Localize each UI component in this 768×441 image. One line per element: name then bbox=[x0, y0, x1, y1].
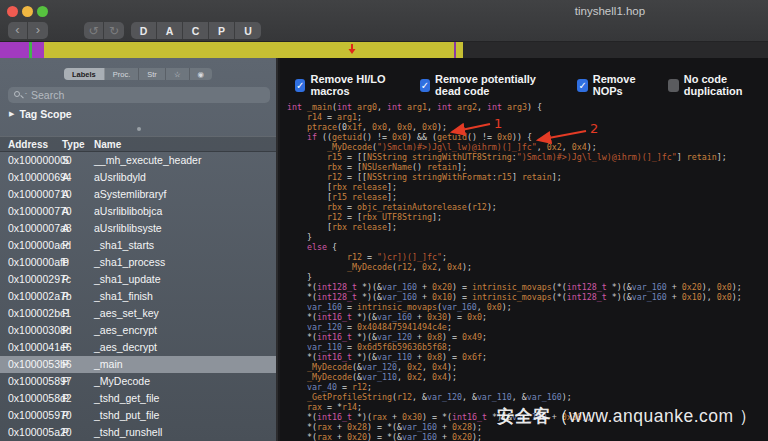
option-no-code-duplication[interactable]: No code duplication bbox=[668, 73, 768, 97]
tab-dot-icon[interactable]: ◉ bbox=[190, 68, 213, 80]
row-address: 0x1000053b6 bbox=[0, 356, 62, 373]
code-line: r12 = [rbx UTF8String]; bbox=[287, 212, 765, 222]
table-row[interactable]: 0x100002bc1P_aes_set_key bbox=[0, 305, 276, 322]
row-type: P bbox=[62, 424, 92, 441]
splitter-handle-dot[interactable] bbox=[137, 127, 141, 131]
tab-star-icon[interactable]: ☆ bbox=[166, 68, 190, 80]
watermark: 安全客（www.anquanke.com ） bbox=[497, 404, 757, 428]
table-row[interactable]: 0x100000acdP_sha1_starts bbox=[0, 237, 276, 254]
row-address: 0x100000694 bbox=[0, 169, 62, 186]
row-name: _aes_decrypt bbox=[92, 339, 276, 356]
table-row[interactable]: 0x100005897P_MyDecode bbox=[0, 373, 276, 390]
row-address: 0x1000058d2 bbox=[0, 390, 62, 407]
row-address: 0x100000acd bbox=[0, 237, 62, 254]
option-remove-hilo-macros[interactable]: ✓ Remove HI/LO macros bbox=[295, 73, 405, 97]
code-line: var_110 = 0x6d5f6b59636b5f68; bbox=[287, 342, 765, 352]
option-remove-nops[interactable]: ✓ Remove NOPs bbox=[577, 73, 653, 97]
disclosure-triangle-icon[interactable]: ▶ bbox=[9, 110, 14, 118]
table-row[interactable]: 0x10000297cP_sha1_update bbox=[0, 271, 276, 288]
table-row[interactable]: 0x100000694AaUsrlibdyld bbox=[0, 169, 276, 186]
pseudocode-view[interactable]: int _main(int arg0, int arg1, int arg2, … bbox=[287, 102, 765, 441]
forward-button[interactable]: › bbox=[28, 22, 48, 39]
row-type: S bbox=[62, 152, 92, 169]
row-type: P bbox=[62, 322, 92, 339]
row-name: _main bbox=[92, 356, 276, 373]
table-row[interactable]: 0x1000007a8AaUsrliblibsyste bbox=[0, 220, 276, 237]
row-name: _sha1_starts bbox=[92, 237, 276, 254]
row-name: _tshd_get_file bbox=[92, 390, 276, 407]
row-name: aUsrlibdyld bbox=[92, 169, 276, 186]
tag-scope-disclosure[interactable]: ▶ Tag Scope bbox=[9, 108, 72, 120]
checkbox-icon[interactable] bbox=[668, 79, 678, 92]
segment-navigation-bar[interactable] bbox=[0, 42, 768, 58]
table-row[interactable]: 0x100005970P_tshd_put_file bbox=[0, 407, 276, 424]
row-type: A bbox=[62, 220, 92, 237]
zoom-window-icon[interactable] bbox=[37, 6, 48, 17]
mode-code-button[interactable]: C bbox=[183, 22, 209, 39]
redo-icon[interactable]: ↻ bbox=[104, 22, 124, 39]
row-name: _MyDecode bbox=[92, 373, 276, 390]
row-type: P bbox=[62, 390, 92, 407]
tab-procedures[interactable]: Proc. bbox=[105, 68, 140, 80]
table-row[interactable]: 0x100000770AaUsrliblibobjca bbox=[0, 203, 276, 220]
checkbox-icon[interactable]: ✓ bbox=[577, 79, 587, 92]
table-row[interactable]: 0x1000041e6P_aes_decrypt bbox=[0, 339, 276, 356]
watermark-cjk: 安全客 bbox=[497, 406, 551, 426]
mode-procedure-button[interactable]: P bbox=[209, 22, 235, 39]
tab-labels[interactable]: Labels bbox=[64, 68, 105, 80]
table-row[interactable]: 0x100002a7bP_sha1_finish bbox=[0, 288, 276, 305]
segment-yellow[interactable] bbox=[44, 42, 463, 58]
code-line: var_40 = r12; bbox=[287, 382, 765, 392]
label-table[interactable]: 0x100000000S__mh_execute_header0x1000006… bbox=[0, 152, 276, 441]
column-header-type[interactable]: Type bbox=[62, 137, 92, 151]
row-type: P bbox=[62, 339, 92, 356]
row-name: aSystemlibraryf bbox=[92, 186, 276, 203]
row-type: P bbox=[62, 407, 92, 424]
undo-icon[interactable]: ↺ bbox=[84, 22, 104, 39]
code-line: r14 = arg1; bbox=[287, 112, 765, 122]
column-header-name[interactable]: Name bbox=[92, 137, 276, 151]
segment-purple-1[interactable] bbox=[0, 42, 29, 58]
row-name: _aes_encrypt bbox=[92, 322, 276, 339]
mode-ascii-button[interactable]: A bbox=[157, 22, 183, 39]
option-remove-dead-code[interactable]: ✓ Remove potentially dead code bbox=[420, 73, 563, 97]
row-address: 0x100000000 bbox=[0, 152, 62, 169]
mode-data-button[interactable]: D bbox=[131, 22, 157, 39]
search-options-chevron-icon[interactable]: ˇ bbox=[25, 92, 27, 98]
column-header-address[interactable]: Address bbox=[0, 137, 62, 151]
search-icon bbox=[14, 91, 23, 100]
search-input[interactable]: ˇ Search bbox=[8, 87, 270, 103]
row-type: P bbox=[62, 305, 92, 322]
close-window-icon[interactable] bbox=[7, 6, 18, 17]
code-line: } bbox=[287, 272, 765, 282]
checkbox-icon[interactable]: ✓ bbox=[420, 79, 430, 92]
table-row[interactable]: 0x1000058d2P_tshd_get_file bbox=[0, 390, 276, 407]
row-name: _tshd_put_file bbox=[92, 407, 276, 424]
table-row[interactable]: 0x100000afbP_sha1_process bbox=[0, 254, 276, 271]
row-address: 0x100000770 bbox=[0, 203, 62, 220]
row-address: 0x10000297c bbox=[0, 271, 62, 288]
table-row[interactable]: 0x100005a20P_tshd_runshell bbox=[0, 424, 276, 441]
row-address: 0x1000041e6 bbox=[0, 339, 62, 356]
row-name: _aes_set_key bbox=[92, 305, 276, 322]
segment-purple-line[interactable] bbox=[454, 42, 456, 58]
code-line: _MyDecode(")Smclm)#>)Jg\l_lw)@ihrm)(]_]f… bbox=[287, 142, 765, 152]
code-line: _MyDecode(r12, 0x2, 0x4); bbox=[287, 262, 765, 272]
code-line: else { bbox=[287, 242, 765, 252]
mode-undefined-button[interactable]: U bbox=[235, 22, 261, 39]
row-type: P bbox=[62, 254, 92, 271]
checkbox-icon[interactable]: ✓ bbox=[295, 79, 305, 92]
segment-purple-2[interactable] bbox=[32, 42, 44, 58]
table-row[interactable]: 0x100000000S__mh_execute_header bbox=[0, 152, 276, 169]
code-line: *(rax + 0x20) = *(&var_160 + 0x20); bbox=[287, 432, 765, 441]
tab-strings[interactable]: Str bbox=[139, 68, 166, 80]
table-row[interactable]: 0x1000053b6P_main bbox=[0, 356, 276, 373]
back-button[interactable]: ‹ bbox=[8, 22, 28, 39]
code-line: _MyDecode(&var_120, 0x2, 0x4); bbox=[287, 362, 765, 372]
table-row[interactable]: 0x100000710AaSystemlibraryf bbox=[0, 186, 276, 203]
table-row[interactable]: 0x10000308dP_aes_encrypt bbox=[0, 322, 276, 339]
row-address: 0x100005897 bbox=[0, 373, 62, 390]
code-line: r15 = [[NSString stringWithUTF8String:")… bbox=[287, 152, 765, 162]
minimize-window-icon[interactable] bbox=[22, 6, 33, 17]
row-type: A bbox=[62, 186, 92, 203]
